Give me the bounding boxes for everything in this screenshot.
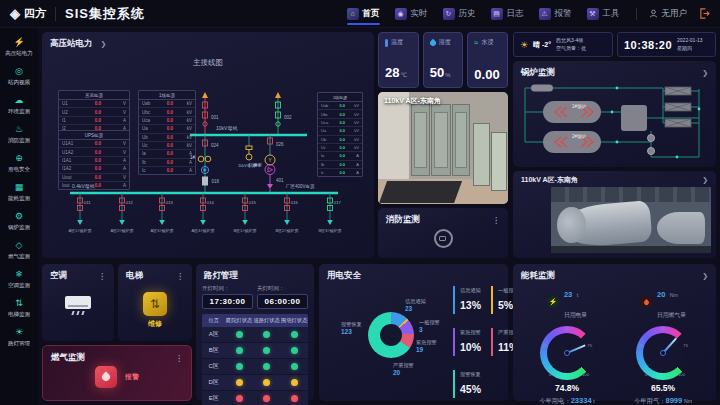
stat-percent: 10%: [460, 341, 481, 353]
chevron-right-icon[interactable]: ❯: [702, 272, 708, 280]
nav-item-log[interactable]: ▤日志: [491, 0, 524, 27]
light-status-dot: [236, 379, 243, 386]
pt-symbol-icon: [198, 156, 204, 162]
nav-item-realtime[interactable]: ◉实时: [395, 0, 428, 27]
panel-title: 消防监测: [386, 214, 420, 226]
alarm-donut-chart: [368, 312, 414, 358]
on-time-input[interactable]: 17:30:00: [202, 294, 253, 309]
kebab-menu-icon[interactable]: ⋮: [176, 272, 184, 281]
slice-name: 紧急报警: [416, 339, 437, 345]
svg-text:B区2#锅炉房: B区2#锅炉房: [275, 228, 298, 233]
feeder-011: 011A区1#锅炉房: [68, 192, 91, 233]
slice-value: 20: [393, 369, 414, 377]
home-icon: ⌂: [347, 8, 359, 20]
chevron-right-icon[interactable]: ❯: [101, 40, 107, 48]
camera1-image: [378, 92, 508, 204]
sidebar-item-fire[interactable]: ♨消防监测: [0, 120, 38, 149]
light-status-dot: [236, 347, 243, 354]
logout-button[interactable]: [699, 8, 710, 19]
light-status-dot: [263, 331, 270, 338]
boiler2-label: 2#锅炉: [572, 133, 587, 139]
svg-text:015: 015: [249, 200, 257, 205]
off-time-input[interactable]: 06:00:00: [257, 294, 308, 309]
svg-text:016: 016: [291, 200, 299, 205]
clock-box: 10:38:20 2022-01-13星期四: [617, 32, 716, 57]
nav-item-tools[interactable]: ⚒工具: [587, 0, 620, 27]
sidebar-item-station-video[interactable]: ◎站内视频: [0, 62, 38, 91]
sidebar-item-label: 燃气监测: [8, 252, 30, 260]
fire-monitoring-panel: 消防监测 ⋮: [378, 208, 508, 258]
device18-id: 018: [212, 179, 220, 184]
slice-name: 严重报警: [393, 362, 414, 368]
nav-item-alarm[interactable]: ⚠报警: [539, 0, 572, 27]
logout-icon: [699, 8, 710, 19]
env-cards: 温度 28℃ 湿度 50% ≈水浸 0.00: [378, 32, 508, 88]
light-status-dot: [291, 331, 298, 338]
camera1-title: 110kV A区-东南角: [384, 96, 441, 106]
camera-feed-1[interactable]: 110kV A区-东南角: [378, 92, 508, 204]
streetlight-row: A区: [202, 327, 308, 343]
sidebar-item-environment[interactable]: ☁环境监测: [0, 91, 38, 120]
single-line-diagram: 001 002 10kV母线 024 1# 018: [46, 72, 370, 240]
kebab-menu-icon[interactable]: ⋮: [492, 216, 500, 225]
svg-text:Y: Y: [268, 158, 271, 163]
camera-feed-2[interactable]: 110kV A区-东南角 ❯: [513, 171, 716, 258]
nav-item-home[interactable]: ⌂首页: [347, 0, 380, 27]
streetlight-row: D区: [202, 375, 308, 391]
camera-lens-icon: [434, 229, 453, 248]
air-conditioner-icon: [65, 296, 91, 309]
chevron-right-icon[interactable]: ❯: [702, 176, 708, 184]
valve-icon: [648, 148, 655, 155]
sidebar-item-electric-safety[interactable]: ⊕用电安全: [0, 149, 38, 178]
breaker1-id: 024: [211, 143, 219, 148]
light-status-dot: [236, 331, 243, 338]
user-menu[interactable]: 无用户: [636, 8, 688, 20]
gas-usage-gauge: 20 Nm 日用燃气量 0 25 50 75 100 65.5% 今年用气：89…: [617, 282, 709, 405]
alarm-stat: 信息通知13%: [453, 286, 481, 314]
elevator-status-badge: 维修: [118, 319, 192, 329]
tools-icon: ⚒: [587, 8, 599, 20]
thermometer-icon: [385, 39, 388, 47]
panel-title: 锅炉监测: [521, 67, 555, 79]
sidebar-item-gas[interactable]: ◇燃气监测: [0, 236, 38, 265]
panel-title: 路灯管理: [204, 270, 238, 282]
sidebar-item-label: 消防监测: [8, 136, 30, 144]
water-value: 0.00: [474, 67, 499, 82]
panel-title: 用电安全: [327, 270, 361, 282]
svg-text:B区1#锅炉房: B区1#锅炉房: [233, 228, 256, 233]
kebab-menu-icon[interactable]: ⋮: [175, 354, 183, 363]
sidebar-item-streetlight[interactable]: ☀路灯管理: [0, 323, 38, 352]
tank: [621, 105, 647, 131]
light-status-dot: [263, 347, 270, 354]
sidebar-item-hv-power[interactable]: ⚡高压站电力: [0, 33, 38, 62]
zone-label: B区: [202, 346, 225, 355]
donut-label: 报警恢复123: [341, 321, 362, 336]
sidebar-item-boiler[interactable]: ⚙锅炉监测: [0, 207, 38, 236]
donut-label: 严重报警20: [393, 362, 414, 377]
sidebar-item-energy[interactable]: ▦能耗监测: [0, 178, 38, 207]
feeder-017: 017B区3#锅炉房: [318, 192, 341, 233]
light-status-dot: [291, 395, 298, 402]
transformer-secondary-icon: [265, 165, 275, 175]
app-title: SIS集控系统: [65, 5, 145, 23]
weather-temp: -2°: [542, 41, 551, 48]
nav-item-history[interactable]: ↻历史: [443, 0, 476, 27]
source-400v-label: 厂区400V电源: [285, 183, 315, 189]
chevron-right-icon[interactable]: ❯: [702, 69, 708, 77]
streetlight-table: 位置 庭院灯状态 道路灯状态 围墙灯状态 A区B区C区D区E区: [202, 314, 308, 405]
electric-icon: ⚡: [547, 296, 559, 308]
kebab-menu-icon[interactable]: ⋮: [98, 272, 106, 281]
sidebar-item-elevator[interactable]: ⇅电梯监测: [0, 294, 38, 323]
stat-percent: 13%: [460, 299, 481, 311]
streetlight-table-header: 位置 庭院灯状态 道路灯状态 围墙灯状态: [202, 314, 308, 327]
zone-label: C区: [202, 362, 225, 371]
feeder-013: 013A区3#锅炉房: [150, 192, 173, 233]
alarm-stat: 紧急报警10%: [453, 328, 481, 356]
sidebar-item-ac[interactable]: ❄空调监测: [0, 265, 38, 294]
panel-title: 燃气监测: [51, 352, 85, 364]
flame-icon: [640, 296, 652, 308]
incoming2-arrow-icon: [275, 92, 281, 98]
svg-text:A区1#锅炉房: A区1#锅炉房: [68, 228, 91, 233]
history-icon: ↻: [443, 8, 455, 20]
clock-date: 2022-01-13: [677, 37, 703, 44]
